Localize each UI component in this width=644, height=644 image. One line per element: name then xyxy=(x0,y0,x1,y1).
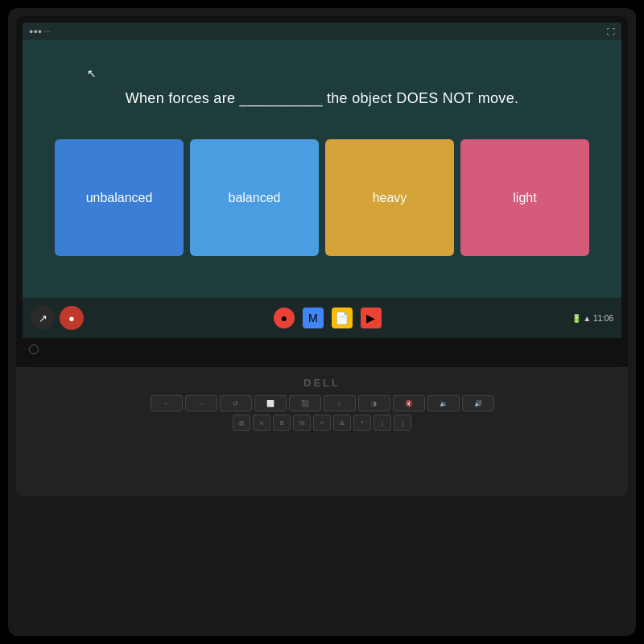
key-close-paren[interactable]: ) xyxy=(394,415,411,431)
key-forward[interactable]: → xyxy=(185,395,217,411)
taskbar-red-icon[interactable]: ● xyxy=(60,306,84,330)
taskbar: ↗ ● ● M 📄 ▶ 🔋 ▲ 11:06 xyxy=(23,298,621,338)
taskbar-youtube-icon[interactable]: ▶ xyxy=(361,308,382,328)
key-mute[interactable]: 🔇 xyxy=(393,395,425,411)
keyboard-area: DELL ← → ↺ ⬜ ⬛ ○ ◑ 🔇 🔉 🔊 @ # $ % ^ & xyxy=(16,367,628,496)
key-hash[interactable]: # xyxy=(253,415,270,431)
key-star[interactable]: * xyxy=(353,415,371,431)
key-back[interactable]: ← xyxy=(151,395,183,411)
answer-label-unbalanced: unbalanced xyxy=(86,191,153,205)
taskbar-right-status: 🔋 ▲ 11:06 xyxy=(572,314,613,323)
key-at[interactable]: @ xyxy=(233,415,250,431)
keyboard-row-2: @ # $ % ^ & * ( ) xyxy=(233,415,411,431)
status-dot xyxy=(29,345,39,354)
answer-label-balanced: balanced xyxy=(229,191,281,205)
quiz-content-area: When forces are __________ the object DO… xyxy=(23,40,621,298)
key-vol-up[interactable]: 🔊 xyxy=(462,395,494,411)
taskbar-center: ● M 📄 ▶ xyxy=(274,308,382,328)
fullscreen-icon[interactable]: ⛶ xyxy=(607,27,615,36)
taskbar-browser-icon[interactable]: ● xyxy=(274,308,295,328)
answer-card-light[interactable]: light xyxy=(460,139,589,256)
taskbar-doc-icon[interactable]: 📄 xyxy=(332,308,353,328)
key-caret[interactable]: ^ xyxy=(313,415,331,431)
top-bar-left-text: ●●● ··· xyxy=(29,27,50,35)
key-refresh[interactable]: ↺ xyxy=(220,395,252,411)
answer-card-heavy[interactable]: heavy xyxy=(325,139,454,256)
question-text: When forces are __________ the object DO… xyxy=(126,90,519,107)
key-brightness-up[interactable]: ◑ xyxy=(358,395,390,411)
key-ampersand[interactable]: & xyxy=(333,415,351,431)
brand-label: DELL xyxy=(303,377,341,389)
keyboard-row-1: ← → ↺ ⬜ ⬛ ○ ◑ 🔇 🔉 🔊 xyxy=(151,395,494,411)
laptop-body: ●●● ··· ⛶ ↖ When forces are __________ t… xyxy=(8,8,636,636)
key-fullscreen[interactable]: ⬜ xyxy=(254,395,287,411)
taskbar-mail-icon[interactable]: M xyxy=(303,308,324,328)
key-brightness-down[interactable]: ○ xyxy=(324,395,356,411)
top-bar: ●●● ··· ⛶ xyxy=(23,23,621,40)
key-dollar[interactable]: $ xyxy=(273,415,291,431)
status-row xyxy=(23,338,621,361)
answer-label-light: light xyxy=(513,191,536,205)
screen-bezel: ●●● ··· ⛶ ↖ When forces are __________ t… xyxy=(16,16,628,367)
answer-card-unbalanced[interactable]: unbalanced xyxy=(55,139,184,256)
taskbar-music-icon[interactable]: ↗ xyxy=(31,306,55,330)
answer-label-heavy: heavy xyxy=(373,191,407,205)
answer-card-balanced[interactable]: balanced xyxy=(190,139,319,256)
answer-options-container: unbalancedbalancedheavylight xyxy=(39,139,605,256)
screen: ●●● ··· ⛶ ↖ When forces are __________ t… xyxy=(23,23,621,361)
taskbar-left: ↗ ● xyxy=(31,306,84,330)
key-open-paren[interactable]: ( xyxy=(374,415,391,431)
key-vol-down[interactable]: 🔉 xyxy=(427,395,460,411)
keyboard: ← → ↺ ⬜ ⬛ ○ ◑ 🔇 🔉 🔊 @ # $ % ^ & * ( ) xyxy=(23,395,621,431)
taskbar-battery-text: 🔋 ▲ 11:06 xyxy=(572,314,613,323)
key-percent[interactable]: % xyxy=(293,415,311,431)
key-windows[interactable]: ⬛ xyxy=(289,395,321,411)
